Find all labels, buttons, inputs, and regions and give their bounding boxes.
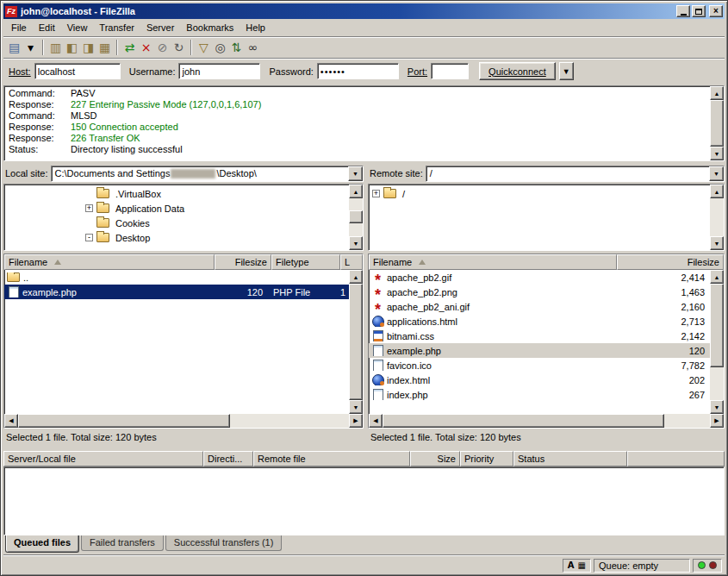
- site-manager-icon[interactable]: ▤: [6, 39, 22, 56]
- tree-item[interactable]: -Desktop: [85, 230, 349, 245]
- remote-list-scrollbar[interactable]: ▲ ▼: [710, 270, 724, 414]
- scroll-up-icon[interactable]: ▲: [349, 185, 363, 198]
- scroll-down-icon[interactable]: ▼: [710, 400, 724, 414]
- scroll-up-icon[interactable]: ▲: [349, 270, 363, 284]
- file-row[interactable]: example.php120PHP File1: [4, 285, 349, 299]
- scroll-right-icon[interactable]: ▶: [710, 414, 724, 428]
- tab-queued-files[interactable]: Queued files: [5, 535, 79, 553]
- expand-icon[interactable]: +: [85, 204, 93, 212]
- menu-item-view[interactable]: View: [61, 20, 94, 35]
- menu-item-file[interactable]: File: [5, 20, 33, 35]
- maximize-button[interactable]: [692, 5, 706, 17]
- file-row[interactable]: apache_pb2_ani.gif2,160: [369, 299, 710, 314]
- scrollbar-track[interactable]: [383, 414, 710, 428]
- scrollbar-track[interactable]: [349, 198, 363, 236]
- column-header-server-local-file[interactable]: Server/Local file: [3, 451, 203, 466]
- scroll-down-icon[interactable]: ▼: [349, 236, 363, 250]
- column-header-status[interactable]: Status: [513, 451, 627, 466]
- column-header-l[interactable]: L: [340, 254, 363, 270]
- tree-item[interactable]: Cookies: [85, 216, 349, 230]
- file-row[interactable]: apache_pb2.gif2,414: [369, 270, 710, 285]
- tree-item[interactable]: +Application Data: [85, 201, 349, 216]
- collapse-icon[interactable]: -: [85, 234, 93, 241]
- scrollbar-thumb[interactable]: [383, 414, 664, 428]
- column-header-priority[interactable]: Priority: [460, 451, 513, 466]
- title-bar[interactable]: Fz john@localhost - FileZilla ×: [3, 3, 725, 19]
- local-list-scrollbar[interactable]: ▲ ▼: [349, 270, 363, 414]
- file-row[interactable]: example.php120: [369, 343, 710, 358]
- local-site-combo[interactable]: C:\Documents and Settings\Desktop\ ▼: [51, 166, 364, 182]
- scrollbar-thumb[interactable]: [349, 284, 363, 400]
- file-row[interactable]: applications.html2,713: [369, 314, 710, 329]
- scroll-down-icon[interactable]: ▼: [710, 236, 724, 250]
- scrollbar-track[interactable]: [349, 284, 363, 400]
- file-row[interactable]: favicon.ico7,782: [369, 358, 710, 373]
- compare-icon[interactable]: ◎: [212, 39, 228, 56]
- toggle-remote-tree-icon[interactable]: ◨: [80, 39, 96, 56]
- toggle-local-tree-icon[interactable]: ◧: [64, 39, 80, 56]
- scrollbar-track[interactable]: [710, 100, 724, 147]
- filter-icon[interactable]: ▽: [196, 39, 212, 56]
- remote-list-hscrollbar[interactable]: ◀ ▶: [369, 414, 724, 428]
- close-button[interactable]: ×: [709, 5, 723, 17]
- port-input[interactable]: [431, 63, 469, 79]
- column-header-filename[interactable]: Filename: [369, 254, 617, 270]
- column-header-remote-file[interactable]: Remote file: [253, 451, 410, 466]
- scrollbar-thumb[interactable]: [710, 100, 724, 147]
- username-input[interactable]: [178, 63, 260, 79]
- tree-item[interactable]: .VirtualBox: [85, 186, 349, 201]
- file-row[interactable]: bitnami.css2,142: [369, 329, 710, 343]
- scrollbar-thumb[interactable]: [710, 284, 724, 367]
- site-manager-dropdown-icon[interactable]: ▾: [22, 39, 39, 56]
- scrollbar-track[interactable]: [710, 198, 724, 236]
- scroll-up-icon[interactable]: ▲: [710, 86, 724, 100]
- menu-item-transfer[interactable]: Transfer: [93, 20, 140, 35]
- scroll-up-icon[interactable]: ▲: [710, 185, 724, 198]
- password-input[interactable]: [317, 63, 399, 79]
- tab-successful-transfers-1[interactable]: Successful transfers (1): [165, 535, 283, 551]
- scroll-left-icon[interactable]: ◀: [369, 414, 383, 428]
- scroll-down-icon[interactable]: ▼: [710, 147, 724, 160]
- tree-item[interactable]: +/: [372, 186, 710, 201]
- remote-site-dropdown-icon[interactable]: ▼: [709, 166, 724, 181]
- find-icon[interactable]: ∞: [245, 39, 261, 56]
- menu-item-help[interactable]: Help: [240, 20, 271, 35]
- reconnect-icon[interactable]: ↻: [171, 39, 187, 56]
- scrollbar-thumb[interactable]: [18, 414, 230, 428]
- menu-item-edit[interactable]: Edit: [33, 20, 61, 35]
- local-list-hscrollbar[interactable]: ◀ ▶: [4, 414, 363, 428]
- local-tree-scrollbar[interactable]: ▲ ▼: [349, 185, 363, 250]
- scrollbar-thumb[interactable]: [349, 210, 363, 223]
- refresh-icon[interactable]: ⇄: [121, 39, 138, 56]
- quickconnect-button[interactable]: Quickconnect: [479, 62, 556, 80]
- column-header-filename[interactable]: Filename: [4, 254, 215, 270]
- quickconnect-dropdown-icon[interactable]: ▼: [559, 62, 574, 80]
- sync-browse-icon[interactable]: ⇅: [228, 39, 245, 56]
- file-row[interactable]: index.html202: [369, 373, 710, 387]
- scroll-right-icon[interactable]: ▶: [349, 414, 363, 428]
- scrollbar-track[interactable]: [710, 284, 724, 400]
- file-row[interactable]: apache_pb2.png1,463: [369, 285, 710, 299]
- column-header-filesize[interactable]: Filesize: [617, 254, 724, 270]
- toggle-log-icon[interactable]: ▥: [47, 39, 64, 56]
- column-header-size[interactable]: Size: [410, 451, 460, 466]
- scrollbar-track[interactable]: [18, 414, 349, 428]
- log-scrollbar[interactable]: ▲ ▼: [710, 86, 724, 160]
- remote-site-combo[interactable]: / ▼: [426, 166, 725, 182]
- scroll-up-icon[interactable]: ▲: [710, 270, 724, 284]
- local-site-dropdown-icon[interactable]: ▼: [348, 166, 363, 181]
- minimize-button[interactable]: [676, 5, 690, 17]
- host-input[interactable]: [34, 63, 121, 79]
- scroll-down-icon[interactable]: ▼: [349, 400, 363, 414]
- menu-item-bookmarks[interactable]: Bookmarks: [180, 20, 240, 35]
- remote-tree-scrollbar[interactable]: ▲ ▼: [710, 185, 724, 250]
- scroll-left-icon[interactable]: ◀: [4, 414, 18, 428]
- column-header-filesize[interactable]: Filesize: [215, 254, 271, 270]
- file-row[interactable]: index.php267: [369, 387, 710, 402]
- expand-icon[interactable]: +: [372, 190, 380, 197]
- disconnect-icon[interactable]: ⊘: [154, 39, 171, 56]
- menu-item-server[interactable]: Server: [140, 20, 180, 35]
- toggle-queue-icon[interactable]: ▦: [96, 39, 113, 56]
- column-header-directi[interactable]: Directi...: [203, 451, 253, 466]
- tab-failed-transfers[interactable]: Failed transfers: [81, 535, 164, 551]
